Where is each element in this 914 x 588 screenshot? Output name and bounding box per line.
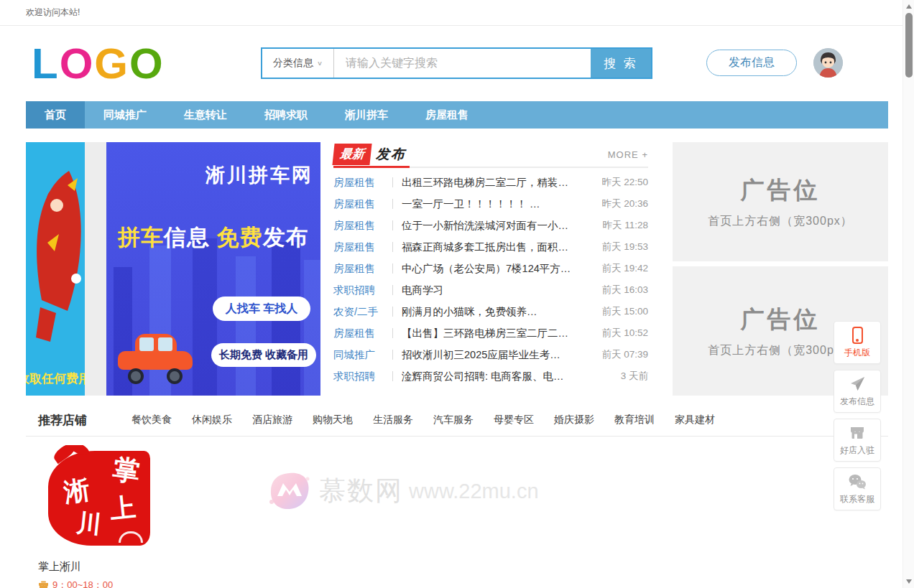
news-title-link[interactable]: 中心广场（老公安局）7楼124平方…	[402, 262, 593, 276]
shops-header: 推荐店铺 餐饮美食 休闲娱乐 酒店旅游 购物天地 生活服务 汽车服务 母婴专区	[26, 404, 888, 437]
news-category-link[interactable]: 同城推广	[333, 348, 391, 362]
news-row[interactable]: 房屋租售 一室一厅一卫！！！！！！ … 昨天 20:36	[333, 193, 648, 215]
news-title-link[interactable]: 淦辉商贸公司招聘: 电商客服、电…	[402, 370, 612, 383]
search-input[interactable]	[334, 49, 591, 78]
shop-category-tab[interactable]: 汽车服务	[433, 414, 474, 426]
news-title-link[interactable]: 招收淅川初三2025应届毕业生考…	[402, 348, 593, 362]
seal-character: 川	[75, 510, 102, 536]
main-content: 收取任何费用 淅川拼车网 拼车信息 免费发布 人找车 车找人 长期免费 收藏备用	[26, 142, 888, 396]
seal-character: 掌	[111, 455, 142, 486]
search-bar: 分类信息 ∨ 搜 索	[261, 47, 652, 79]
news-row[interactable]: 房屋租售 出租三环路电梯房二室二厅，精装… 昨天 22:50	[333, 172, 648, 193]
news-category-link[interactable]: 农资/二手	[333, 305, 391, 319]
news-title-link[interactable]: 福森正商城多套工抵房出售，面积…	[402, 241, 593, 254]
news-row[interactable]: 同城推广 招收淅川初三2025应届毕业生考… 前天 07:39	[333, 344, 648, 365]
latest-header: 最新 发布 MORE +	[333, 142, 648, 168]
news-row[interactable]: 求职招聘 淦辉商贸公司招聘: 电商客服、电… 3 天前	[333, 365, 648, 387]
latest-title: 发布	[376, 145, 406, 164]
news-title-link[interactable]: 刚满月的小猫咪，免费领养…	[402, 305, 593, 319]
user-avatar[interactable]	[813, 48, 843, 78]
cloud-decoration	[119, 531, 143, 543]
slogan-segment: 拼车	[118, 225, 164, 250]
news-category-link[interactable]: 房屋租售	[333, 241, 391, 254]
scroll-down-arrow-icon[interactable]	[906, 579, 912, 584]
chevron-down-icon: ∨	[317, 60, 323, 67]
shop-category-tab[interactable]: 酒店旅游	[252, 414, 292, 426]
divider	[392, 263, 393, 274]
banner-pill-1: 人找车 车找人	[213, 297, 310, 321]
news-timestamp: 昨天 20:36	[601, 197, 648, 210]
news-category-link[interactable]: 房屋租售	[333, 219, 391, 233]
news-title-link[interactable]: 位于一小新怡洗澡城河对面有一小…	[402, 219, 594, 233]
latest-section: 最新 发布 MORE + 房屋租售 出租三环路电梯房二室二厅，精装… 昨天 22…	[333, 142, 648, 396]
nav-item[interactable]: 淅川拼车	[326, 101, 407, 129]
news-title-link[interactable]: 电商学习	[402, 284, 593, 297]
search-category-dropdown[interactable]: 分类信息 ∨	[262, 49, 334, 78]
header: LOGO 分类信息 ∨ 搜 索 发布信息	[26, 26, 888, 101]
nav-item[interactable]: 房屋租售	[407, 101, 487, 129]
scroll-up-arrow-icon[interactable]	[906, 4, 912, 9]
publish-info-button[interactable]: 发布信息	[706, 50, 797, 76]
contact-service-button[interactable]: 联系客服	[834, 467, 881, 510]
floating-side-menu: 手机版 发布信息 好店入驻	[834, 321, 881, 516]
mobile-version-button[interactable]: 手机版	[834, 321, 881, 364]
logo-letter: G	[94, 39, 129, 88]
nav-item[interactable]: 首页	[26, 101, 85, 129]
shop-bag-icon	[38, 580, 49, 588]
news-timestamp: 3 天前	[621, 370, 648, 383]
news-row[interactable]: 农资/二手 刚满月的小猫咪，免费领养… 前天 15:00	[333, 301, 648, 322]
shop-category-tab[interactable]: 家具建材	[675, 414, 715, 426]
search-button[interactable]: 搜 索	[591, 49, 651, 78]
shop-category-tab[interactable]: 教育培训	[614, 414, 655, 426]
news-timestamp: 前天 15:00	[601, 305, 648, 318]
news-timestamp: 昨天 22:50	[601, 176, 648, 189]
nav-item[interactable]: 招聘求职	[246, 101, 326, 129]
news-title-link[interactable]: 【出售】三环路电梯房三室二厅二…	[402, 327, 593, 340]
shop-category-tab[interactable]: 休闲娱乐	[192, 414, 232, 426]
store-card[interactable]: 掌 上 淅 川 掌上淅川 9：00~18：00	[38, 445, 160, 588]
news-category-link[interactable]: 求职招聘	[333, 370, 391, 383]
news-timestamp: 前天 16:03	[601, 284, 648, 297]
news-category-link[interactable]: 房屋租售	[333, 197, 391, 211]
news-timestamp: 昨天 11:28	[602, 219, 648, 232]
news-category-link[interactable]: 求职招聘	[333, 284, 391, 297]
site-logo[interactable]: LOGO	[32, 42, 165, 85]
news-row[interactable]: 房屋租售 【出售】三环路电梯房三室二厅二… 前天 10:52	[333, 322, 648, 344]
banner-carousel[interactable]: 收取任何费用 淅川拼车网 拼车信息 免费发布 人找车 车找人 长期免费 收藏备用	[26, 142, 320, 396]
nav-item[interactable]: 同城推广	[85, 101, 165, 129]
news-row[interactable]: 房屋租售 位于一小新怡洗澡城河对面有一小… 昨天 11:28	[333, 215, 648, 236]
slogan-segment: 发布	[263, 225, 309, 250]
store-join-button[interactable]: 好店入驻	[834, 419, 881, 462]
vertical-scrollbar[interactable]	[903, 0, 914, 588]
news-row[interactable]: 房屋租售 中心广场（老公安局）7楼124平方… 前天 19:42	[333, 258, 648, 279]
shop-category-tab[interactable]: 餐饮美食	[131, 414, 172, 426]
news-timestamp: 前天 19:53	[601, 241, 648, 253]
divider	[392, 371, 393, 381]
seal-character: 上	[109, 494, 137, 523]
more-link[interactable]: MORE +	[608, 149, 648, 160]
red-seal-logo: 掌 上 淅 川	[48, 451, 150, 546]
news-row[interactable]: 房屋租售 福森正商城多套工抵房出售，面积… 前天 19:53	[333, 236, 648, 258]
scrollbar-thumb[interactable]	[905, 13, 913, 78]
divider	[392, 220, 393, 230]
shop-category-tab[interactable]: 购物天地	[313, 414, 353, 426]
store-name: 掌上淅川	[38, 560, 160, 574]
shop-category-tab[interactable]: 母婴专区	[494, 414, 534, 426]
news-category-link[interactable]: 房屋租售	[333, 262, 391, 276]
news-row[interactable]: 求职招聘 电商学习 前天 16:03	[333, 279, 648, 301]
divider	[392, 307, 393, 317]
logo-letter: O	[129, 39, 165, 88]
search-category-label: 分类信息	[273, 57, 313, 70]
news-title-link[interactable]: 一室一厅一卫！！！！！！ …	[402, 197, 593, 211]
divider	[392, 199, 393, 209]
news-title-link[interactable]: 出租三环路电梯房二室二厅，精装…	[402, 176, 593, 190]
shop-category-tab[interactable]: 生活服务	[373, 414, 413, 426]
nav-item[interactable]: 生意转让	[165, 101, 246, 129]
publish-info-float-button[interactable]: 发布信息	[834, 370, 881, 413]
banner-slide-main: 淅川拼车网 拼车信息 免费发布 人找车 车找人 长期免费 收藏备用	[106, 142, 320, 396]
news-category-link[interactable]: 房屋租售	[333, 327, 391, 340]
store-hours: 9：00~18：00	[38, 579, 160, 588]
shop-category-tab[interactable]: 婚庆摄影	[554, 414, 594, 426]
news-category-link[interactable]: 房屋租售	[333, 176, 391, 190]
car-illustration	[118, 334, 193, 378]
